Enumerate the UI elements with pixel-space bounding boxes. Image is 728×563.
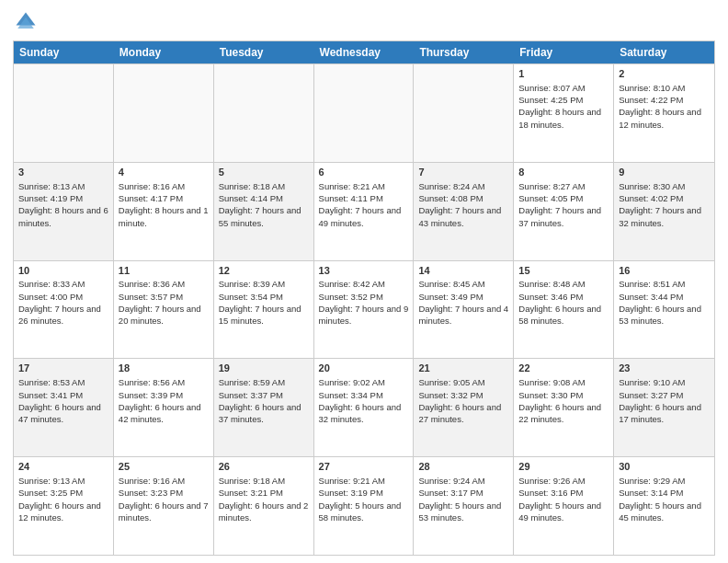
day-info: Sunrise: 9:18 AM Sunset: 3:21 PM Dayligh… [219,475,309,523]
calendar-day-15: 15Sunrise: 8:48 AM Sunset: 3:46 PM Dayli… [514,261,614,359]
day-number: 27 [319,460,409,474]
day-info: Sunrise: 9:05 AM Sunset: 3:32 PM Dayligh… [418,376,508,425]
calendar-cell-empty [214,64,314,162]
calendar-day-21: 21Sunrise: 9:05 AM Sunset: 3:32 PM Dayli… [414,359,514,456]
day-number: 9 [619,166,710,179]
day-number: 30 [619,460,710,474]
day-info: Sunrise: 8:48 AM Sunset: 3:46 PM Dayligh… [518,278,609,327]
logo-icon [13,9,39,35]
day-info: Sunrise: 9:26 AM Sunset: 3:16 PM Dayligh… [518,475,609,523]
calendar-day-7: 7Sunrise: 8:24 AM Sunset: 4:08 PM Daylig… [414,163,514,260]
day-number: 16 [619,264,710,278]
day-number: 29 [518,460,609,474]
day-info: Sunrise: 8:16 AM Sunset: 4:17 PM Dayligh… [119,180,209,229]
calendar-cell-empty [114,64,214,162]
calendar-row-3: 10Sunrise: 8:33 AM Sunset: 4:00 PM Dayli… [14,260,714,359]
calendar-day-2: 2Sunrise: 8:10 AM Sunset: 4:22 PM Daylig… [614,64,714,162]
calendar-day-9: 9Sunrise: 8:30 AM Sunset: 4:02 PM Daylig… [614,163,714,260]
day-number: 25 [119,460,209,474]
calendar-day-1: 1Sunrise: 8:07 AM Sunset: 4:25 PM Daylig… [514,64,614,162]
day-number: 5 [219,166,309,179]
calendar-header: SundayMondayTuesdayWednesdayThursdayFrid… [14,41,714,63]
calendar-day-4: 4Sunrise: 8:16 AM Sunset: 4:17 PM Daylig… [114,163,214,260]
day-number: 22 [518,362,609,375]
calendar-row-5: 24Sunrise: 9:13 AM Sunset: 3:25 PM Dayli… [14,456,714,555]
day-number: 17 [18,362,108,375]
day-number: 8 [518,166,609,179]
logo [13,9,42,35]
day-info: Sunrise: 9:21 AM Sunset: 3:19 PM Dayligh… [319,475,409,523]
day-number: 12 [219,264,309,278]
calendar-day-12: 12Sunrise: 8:39 AM Sunset: 3:54 PM Dayli… [214,261,314,359]
calendar-day-11: 11Sunrise: 8:36 AM Sunset: 3:57 PM Dayli… [114,261,214,359]
day-info: Sunrise: 8:33 AM Sunset: 4:00 PM Dayligh… [18,278,108,327]
calendar-cell-empty [14,64,114,162]
day-number: 24 [18,460,108,474]
calendar-day-25: 25Sunrise: 9:16 AM Sunset: 3:23 PM Dayli… [114,457,214,555]
day-number: 18 [119,362,209,375]
header-day-wednesday: Wednesday [314,41,415,63]
day-number: 7 [418,166,508,179]
day-info: Sunrise: 8:24 AM Sunset: 4:08 PM Dayligh… [418,180,508,229]
day-number: 23 [619,362,710,375]
day-info: Sunrise: 9:16 AM Sunset: 3:23 PM Dayligh… [119,475,209,523]
day-info: Sunrise: 9:29 AM Sunset: 3:14 PM Dayligh… [619,475,710,523]
day-info: Sunrise: 8:07 AM Sunset: 4:25 PM Dayligh… [518,82,609,131]
calendar-day-18: 18Sunrise: 8:56 AM Sunset: 3:39 PM Dayli… [114,359,214,456]
calendar-day-27: 27Sunrise: 9:21 AM Sunset: 3:19 PM Dayli… [314,457,415,555]
day-info: Sunrise: 9:02 AM Sunset: 3:34 PM Dayligh… [319,376,409,425]
calendar-cell-empty [314,64,415,162]
calendar-day-8: 8Sunrise: 8:27 AM Sunset: 4:05 PM Daylig… [514,163,614,260]
calendar-day-29: 29Sunrise: 9:26 AM Sunset: 3:16 PM Dayli… [514,457,614,555]
day-info: Sunrise: 8:21 AM Sunset: 4:11 PM Dayligh… [319,180,409,229]
day-info: Sunrise: 9:13 AM Sunset: 3:25 PM Dayligh… [18,475,108,523]
day-number: 3 [18,166,108,179]
day-info: Sunrise: 9:08 AM Sunset: 3:30 PM Dayligh… [518,376,609,425]
day-number: 10 [18,264,108,278]
calendar-day-6: 6Sunrise: 8:21 AM Sunset: 4:11 PM Daylig… [314,163,415,260]
day-number: 4 [119,166,209,179]
day-info: Sunrise: 8:56 AM Sunset: 3:39 PM Dayligh… [119,376,209,425]
day-info: Sunrise: 9:10 AM Sunset: 3:27 PM Dayligh… [619,376,710,425]
day-number: 6 [319,166,409,179]
calendar-day-24: 24Sunrise: 9:13 AM Sunset: 3:25 PM Dayli… [14,457,114,555]
calendar-body: 1Sunrise: 8:07 AM Sunset: 4:25 PM Daylig… [14,63,714,555]
calendar-day-17: 17Sunrise: 8:53 AM Sunset: 3:41 PM Dayli… [14,359,114,456]
day-number: 2 [619,67,710,81]
day-info: Sunrise: 8:42 AM Sunset: 3:52 PM Dayligh… [319,278,409,327]
day-info: Sunrise: 8:36 AM Sunset: 3:57 PM Dayligh… [119,278,209,327]
day-number: 20 [319,362,409,375]
calendar-day-30: 30Sunrise: 9:29 AM Sunset: 3:14 PM Dayli… [614,457,714,555]
day-number: 28 [418,460,508,474]
day-info: Sunrise: 8:39 AM Sunset: 3:54 PM Dayligh… [219,278,309,327]
day-number: 1 [518,67,609,81]
header-day-friday: Friday [514,41,614,63]
day-number: 21 [418,362,508,375]
day-number: 11 [119,264,209,278]
calendar-day-10: 10Sunrise: 8:33 AM Sunset: 4:00 PM Dayli… [14,261,114,359]
calendar-day-3: 3Sunrise: 8:13 AM Sunset: 4:19 PM Daylig… [14,163,114,260]
day-number: 13 [319,264,409,278]
day-number: 15 [518,264,609,278]
calendar-day-20: 20Sunrise: 9:02 AM Sunset: 3:34 PM Dayli… [314,359,415,456]
day-info: Sunrise: 8:13 AM Sunset: 4:19 PM Dayligh… [18,180,108,229]
header-day-tuesday: Tuesday [214,41,314,63]
calendar-day-23: 23Sunrise: 9:10 AM Sunset: 3:27 PM Dayli… [614,359,714,456]
calendar-day-13: 13Sunrise: 8:42 AM Sunset: 3:52 PM Dayli… [314,261,415,359]
calendar-day-14: 14Sunrise: 8:45 AM Sunset: 3:49 PM Dayli… [414,261,514,359]
day-info: Sunrise: 8:59 AM Sunset: 3:37 PM Dayligh… [219,376,309,425]
calendar-cell-empty [414,64,514,162]
calendar-row-2: 3Sunrise: 8:13 AM Sunset: 4:19 PM Daylig… [14,162,714,260]
day-info: Sunrise: 8:30 AM Sunset: 4:02 PM Dayligh… [619,180,710,229]
day-info: Sunrise: 8:10 AM Sunset: 4:22 PM Dayligh… [619,82,710,131]
header-day-monday: Monday [114,41,214,63]
day-number: 26 [219,460,309,474]
day-info: Sunrise: 9:24 AM Sunset: 3:17 PM Dayligh… [418,475,508,523]
header-day-saturday: Saturday [614,41,714,63]
calendar-day-26: 26Sunrise: 9:18 AM Sunset: 3:21 PM Dayli… [214,457,314,555]
day-info: Sunrise: 8:53 AM Sunset: 3:41 PM Dayligh… [18,376,108,425]
calendar: SundayMondayTuesdayWednesdayThursdayFrid… [13,40,715,556]
day-number: 19 [219,362,309,375]
day-number: 14 [418,264,508,278]
header-day-sunday: Sunday [14,41,114,63]
